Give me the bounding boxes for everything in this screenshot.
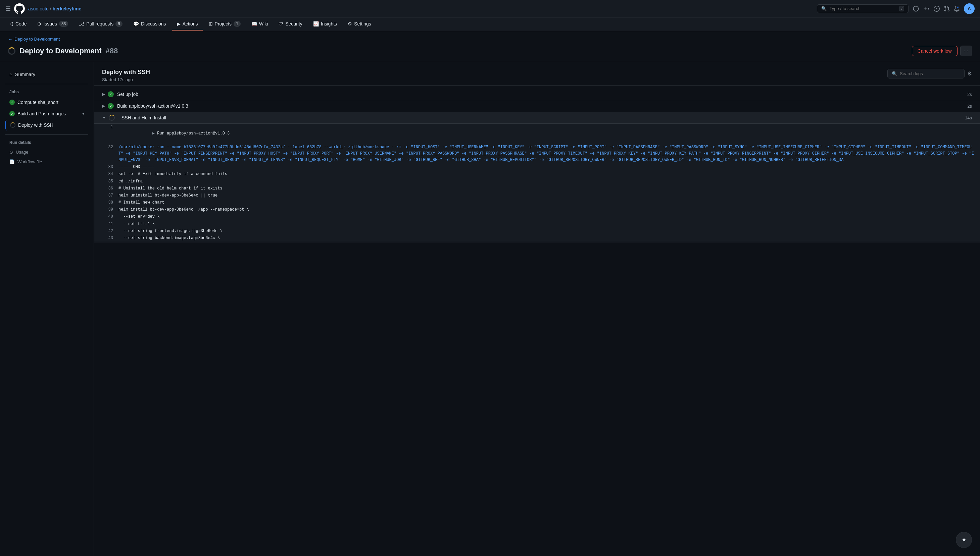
copilot-button[interactable] bbox=[912, 5, 919, 12]
wiki-icon: 📖 bbox=[251, 21, 257, 26]
log-line-34[interactable]: 34 set -e # Exit immediately if a comman… bbox=[94, 171, 980, 178]
log-line-32[interactable]: 32 /usr/bin/docker run --name b78361077e… bbox=[94, 144, 980, 164]
sidebar: ⌂ Summary Jobs ✓ Compute sha_short ✓ Bui… bbox=[0, 62, 94, 556]
log-line-35[interactable]: 35 cd ./infra bbox=[94, 178, 980, 185]
pr-badge: 9 bbox=[115, 21, 123, 27]
step-row-build-appleboy[interactable]: ▶ ✓ Build appleboy/ssh-action@v1.0.3 2s bbox=[94, 100, 980, 112]
nav-issues[interactable]: ⊙ Issues 33 bbox=[32, 18, 73, 31]
step-check-setup: ✓ bbox=[109, 92, 112, 96]
nav-security[interactable]: 🛡 Security bbox=[274, 18, 307, 31]
sidebar-item-compute-sha[interactable]: ✓ Compute sha_short bbox=[5, 97, 88, 108]
pr-icon: ⎇ bbox=[79, 21, 84, 26]
log-line-num-34: 34 bbox=[100, 171, 113, 178]
sidebar-divider-2 bbox=[5, 134, 88, 135]
step-expand-icon-build[interactable]: ▶ bbox=[102, 103, 105, 108]
log-line-num-42: 42 bbox=[100, 228, 113, 234]
search-logs-input[interactable] bbox=[900, 71, 960, 76]
search-input[interactable] bbox=[829, 6, 896, 11]
job-header: Deploy with SSH Started 17s ago 🔍 ⚙ bbox=[94, 62, 980, 86]
log-line-40[interactable]: 40 --set env=dev \ bbox=[94, 213, 980, 220]
log-line-content-37: helm uninstall bt-dev-app-3be6e4c || tru… bbox=[118, 192, 217, 199]
workflow-actions: Cancel workflow ··· bbox=[912, 45, 972, 57]
nav-pull-requests[interactable]: ⎇ Pull requests 9 bbox=[74, 18, 127, 31]
path-separator: / bbox=[50, 6, 51, 11]
log-line-num-41: 41 bbox=[100, 221, 113, 227]
back-label: Deploy to Development bbox=[15, 37, 60, 42]
log-line-42[interactable]: 42 --set-string frontend.image.tag=3be6e… bbox=[94, 228, 980, 235]
log-line-num-43: 43 bbox=[100, 235, 113, 241]
log-line-38[interactable]: 38 # Install new chart bbox=[94, 199, 980, 206]
sidebar-job-build-label: Build and Push Images bbox=[18, 111, 66, 116]
nav-issues-label: Issues bbox=[43, 21, 57, 26]
nav-wiki[interactable]: 📖 Wiki bbox=[247, 18, 272, 31]
notifications-button[interactable] bbox=[954, 6, 960, 12]
nav-settings[interactable]: ⚙ Settings bbox=[343, 18, 376, 31]
log-line-41[interactable]: 41 --set ttl=1 \ bbox=[94, 221, 980, 228]
repo-name[interactable]: berkeleytime bbox=[53, 6, 81, 11]
log-line-content-36: # Uninstall the old helm chart if it exi… bbox=[118, 186, 222, 192]
sidebar-item-usage[interactable]: ⊙ Usage bbox=[5, 147, 88, 157]
sidebar-item-build-push[interactable]: ✓ Build and Push Images ▾ bbox=[5, 108, 88, 119]
log-line-content-43: --set-string backend.image.tag=3be6e4c \ bbox=[118, 235, 220, 241]
log-line-36[interactable]: 36 # Uninstall the old helm chart if it … bbox=[94, 185, 980, 192]
job-header-right: 🔍 ⚙ bbox=[888, 69, 972, 78]
workflow-title: Deploy to Development #88 bbox=[8, 47, 118, 55]
log-line-content-1: ▶ Run appleboy/ssh-action@v1.0.3 bbox=[118, 124, 230, 144]
log-line-num-32: 32 bbox=[100, 144, 113, 164]
step-check-build: ✓ bbox=[109, 104, 112, 108]
avatar[interactable]: A bbox=[964, 3, 975, 14]
step-row-setup-job[interactable]: ▶ ✓ Set up job 2s bbox=[94, 89, 980, 100]
sidebar-item-summary[interactable]: ⌂ Summary bbox=[5, 69, 88, 80]
nav-discussions[interactable]: 💬 Discussions bbox=[128, 18, 171, 31]
hamburger-button[interactable]: ☰ bbox=[5, 5, 11, 12]
job-success-icon-compute: ✓ bbox=[10, 100, 15, 105]
nav-insights[interactable]: 📈 Insights bbox=[308, 18, 342, 31]
repo-owner[interactable]: asuc-octo bbox=[28, 6, 49, 11]
log-line-content-40: --set env=dev \ bbox=[118, 213, 159, 220]
steps-container: ▶ ✓ Set up job 2s ▶ ✓ Build appleboy/ssh… bbox=[94, 86, 980, 245]
search-bar[interactable]: 🔍 / bbox=[817, 4, 909, 13]
github-logo bbox=[14, 3, 25, 14]
log-settings-button[interactable]: ⚙ bbox=[967, 70, 972, 77]
expand-icon-build: ▾ bbox=[82, 112, 84, 116]
nav-settings-label: Settings bbox=[354, 21, 371, 26]
sidebar-item-deploy-ssh[interactable]: Deploy with SSH bbox=[5, 120, 88, 131]
workflow-header: ← Deploy to Development Deploy to Develo… bbox=[0, 31, 980, 62]
more-options-button[interactable]: ··· bbox=[960, 45, 972, 57]
sidebar-job-deploy-label: Deploy with SSH bbox=[18, 123, 53, 128]
nav-code-label: Code bbox=[15, 21, 26, 26]
check-mark-build: ✓ bbox=[11, 112, 13, 116]
search-logs-container: 🔍 bbox=[888, 69, 965, 78]
step-duration-build: 2s bbox=[967, 103, 972, 109]
log-line-content-35: cd ./infra bbox=[118, 178, 143, 185]
log-line-39[interactable]: 39 helm install bt-dev-app-3be6e4c ./app… bbox=[94, 206, 980, 213]
nav-pr-label: Pull requests bbox=[86, 21, 113, 26]
nav-projects[interactable]: ⊞ Projects 1 bbox=[204, 18, 245, 31]
floating-help-button[interactable]: ✦ bbox=[956, 532, 972, 548]
pull-requests-button[interactable] bbox=[944, 6, 950, 12]
log-line-content-32: /usr/bin/docker run --name b78361077e8a9… bbox=[118, 144, 974, 164]
back-icon: ← bbox=[8, 37, 13, 42]
workflow-file-icon: 📄 bbox=[10, 159, 15, 164]
nav-actions[interactable]: ▶ Actions bbox=[172, 18, 203, 31]
log-line-43[interactable]: 43 --set-string backend.image.tag=3be6e4… bbox=[94, 235, 980, 242]
cancel-workflow-button[interactable]: Cancel workflow bbox=[912, 46, 957, 56]
issues-button[interactable] bbox=[934, 6, 940, 12]
workflow-title-text: Deploy to Development bbox=[19, 47, 101, 55]
job-success-icon-build: ✓ bbox=[10, 111, 15, 116]
step-expanded-header-ssh[interactable]: ▼ SSH and Helm Install 14s bbox=[94, 112, 980, 123]
log-line-1[interactable]: 1 ▶ Run appleboy/ssh-action@v1.0.3 bbox=[94, 124, 980, 144]
back-link[interactable]: ← Deploy to Development bbox=[8, 37, 972, 42]
log-line-num-38: 38 bbox=[100, 200, 113, 206]
step-expand-icon-setup[interactable]: ▶ bbox=[102, 92, 105, 97]
security-icon: 🛡 bbox=[279, 21, 283, 26]
home-icon: ⌂ bbox=[10, 71, 13, 77]
workflow-title-row: Deploy to Development #88 Cancel workflo… bbox=[8, 45, 972, 57]
log-line-37[interactable]: 37 helm uninstall bt-dev-app-3be6e4c || … bbox=[94, 192, 980, 199]
log-line-33[interactable]: 33 ======CMD====== bbox=[94, 164, 980, 171]
sidebar-item-workflow-file[interactable]: 📄 Workflow file bbox=[5, 157, 88, 166]
step-name-build: Build appleboy/ssh-action@v1.0.3 bbox=[117, 103, 967, 109]
nav-code[interactable]: ⟨⟩ Code bbox=[5, 18, 31, 31]
step-expand-icon-ssh[interactable]: ▼ bbox=[102, 115, 106, 120]
create-new-button[interactable]: + ▾ bbox=[923, 5, 930, 12]
